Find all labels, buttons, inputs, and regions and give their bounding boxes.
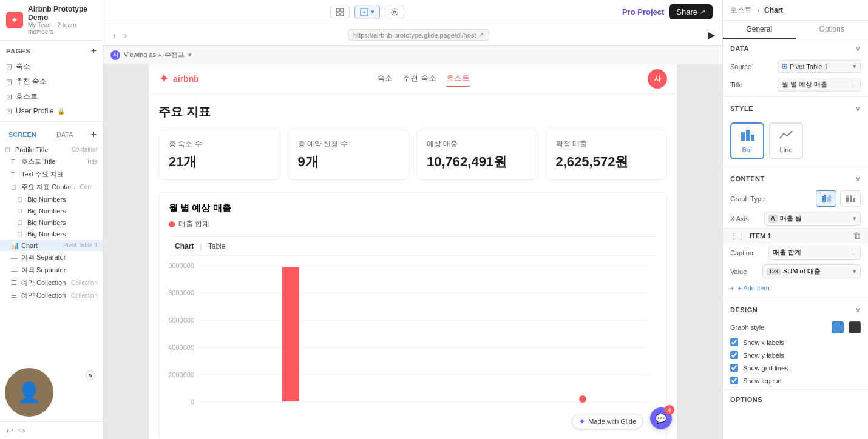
pro-project-button[interactable]: Pro Project [622,7,664,16]
nav-item-host[interactable]: ⊡ 호스트 [0,89,103,104]
pages-add-button[interactable]: + [91,45,97,56]
device-preview-button[interactable]: ▾ [354,5,380,19]
grid-view-button[interactable] [330,5,350,19]
design-section-header[interactable]: DESIGN ∨ [723,301,868,319]
title-value[interactable]: 월 별 예상 매출 ⋮ [778,78,861,92]
tab-screen[interactable]: SCREEN [6,130,39,139]
tree-item-separator-2[interactable]: — 여백 Separator [0,264,103,276]
tree-type: Collection [71,280,98,286]
phone-tab-recommended[interactable]: 추천 숙소 [402,70,436,87]
avatar-edit-icon[interactable]: ✎ [86,370,95,380]
tree-item-bignumbers-4[interactable]: ◻ Big Numbers [0,228,103,240]
nav-label: 숙소 [16,61,30,72]
settings-button[interactable] [385,5,404,19]
svg-rect-24 [824,195,826,202]
nav-item-recommended[interactable]: ⊡ 추천 숙소 [0,74,103,89]
tree-label: Big Numbers [27,230,98,238]
back-button[interactable]: ‹ [110,29,118,41]
tree-item-text[interactable]: T Text 주요 지표 [0,168,103,181]
redo-button[interactable]: ↪ [18,426,25,435]
source-row: Source ⊞ Pivot Table 1 ▾ [723,58,868,75]
svg-rect-27 [846,198,849,202]
svg-rect-2 [336,13,339,16]
chat-bubble[interactable]: 💬 4 [650,407,672,429]
add-item-button[interactable]: + + Add item [723,281,868,295]
caption-value[interactable]: 매출 합계 ⋮ [768,246,861,260]
show-y-labels-label: Show y labels [743,352,784,359]
x-axis-value[interactable]: A 매출 월 ▾ [764,212,861,226]
title-more-btn[interactable]: ⋮ [850,81,856,89]
source-chevron[interactable]: ▾ [853,62,856,70]
share-button[interactable]: Share ↗ [669,4,713,19]
toolbar-right: Pro Project Share ↗ [622,4,713,19]
title-icon: T [11,158,19,166]
tree-item-collection-2[interactable]: ☰ 예약 Collection Collection [0,289,103,302]
show-legend-checkbox[interactable] [730,377,738,384]
tree-item-metrics-container[interactable]: ◻ 주요 지표 Container Cont... [0,181,103,193]
main-content: ▾ Pro Project Share ↗ ‹ › https://airbnb… [103,0,722,439]
x-axis-chevron[interactable]: ▾ [853,215,856,223]
phone-tab-soksso[interactable]: 숙소 [377,70,393,87]
phone-avatar: 사 [648,69,667,89]
tree-item-collection-1[interactable]: ☰ 예약 Collection Collection [0,276,103,289]
screen-add-button[interactable]: + [91,129,97,140]
content-section-header[interactable]: CONTENT ∨ [723,170,868,188]
value-control[interactable]: 123 SUM of 매출 ▾ [762,264,861,278]
app-title: Airbnb Prototype Demo [28,5,97,22]
tree-item-bignumbers-3[interactable]: ◻ Big Numbers [0,216,103,228]
color-swatch-blue[interactable] [832,321,844,333]
tree-item-bignumbers-2[interactable]: ◻ Big Numbers [0,205,103,216]
show-legend-label: Show legend [743,377,782,384]
tree-item-separator-1[interactable]: — 여백 Separator [0,251,103,264]
caption-more-btn[interactable]: ⋮ [850,249,856,256]
value-chevron[interactable]: ▾ [853,267,856,275]
show-grid-lines-checkbox[interactable] [730,364,738,372]
style-bar-option[interactable]: Bar [730,122,764,159]
phone-tab-host[interactable]: 호스트 [446,70,470,87]
graph-type-grouped-btn[interactable] [816,190,836,207]
graph-type-stacked-btn[interactable] [840,190,861,207]
tree-item-bignumbers-1[interactable]: ◻ Big Numbers [0,193,103,205]
show-x-labels-checkbox[interactable] [730,338,738,346]
chart-tab-chart[interactable]: Chart [169,240,200,253]
chart-tab-table[interactable]: Table [202,240,232,253]
tab-data[interactable]: DATA [54,130,76,139]
page-icon: ⊡ [6,78,12,86]
tree-label: Chart [21,242,61,249]
play-button[interactable]: ▶ [708,29,715,41]
nav-item-user-profile[interactable]: ⊡ User Profile 🔒 [0,104,103,118]
external-link-icon[interactable]: ↗ [478,31,484,39]
undo-button[interactable]: ↩ [6,426,13,435]
style-section-header[interactable]: STYLE ∨ [723,99,868,118]
container-icon: ◻ [17,230,25,238]
tree-item-profile-title[interactable]: ◻ Profile Title Container [0,144,103,155]
glide-badge[interactable]: ✦ Made with Glide [572,414,643,429]
content-section-arrow: ∨ [855,175,861,183]
nav-item-soksso[interactable]: ⊡ 숙소 [0,59,103,74]
color-swatch-dark[interactable] [849,321,861,333]
style-line-option[interactable]: Line [769,122,803,159]
chart-bottom-tabs: Chart | Table [169,236,657,256]
tree-type: Collection [71,292,98,299]
glide-label: Made with Glide [588,418,636,425]
svg-text:0: 0 [191,398,194,406]
forward-button[interactable]: › [122,29,130,41]
svg-point-5 [393,11,396,13]
svg-text:2000000: 2000000 [169,371,194,378]
drag-icon: ⋮⋮ [730,232,745,240]
tree-item-chart[interactable]: 📊 Chart Pivot Table 1 [0,240,103,251]
tree-item-host-title[interactable]: T 호스트 Title Title [0,155,103,168]
chart-area: 10000000 8000000 6000000 4000000 2000000… [169,261,657,431]
tab-options[interactable]: Options [796,21,869,39]
source-value[interactable]: ⊞ Pivot Table 1 ▾ [778,60,861,73]
tab-general[interactable]: General [723,21,796,39]
avatar: 👤 [5,368,53,417]
chevron-down-icon[interactable]: ▾ [188,51,192,59]
tree-type: Cont... [80,184,98,190]
chart-legend: 매출 합계 [169,219,657,229]
delete-item-icon[interactable]: 🗑 [853,231,861,240]
show-y-labels-checkbox[interactable] [730,351,738,359]
svg-rect-1 [341,8,344,12]
legend-dot [169,221,175,227]
data-section-header[interactable]: DATA ∨ [723,39,868,58]
